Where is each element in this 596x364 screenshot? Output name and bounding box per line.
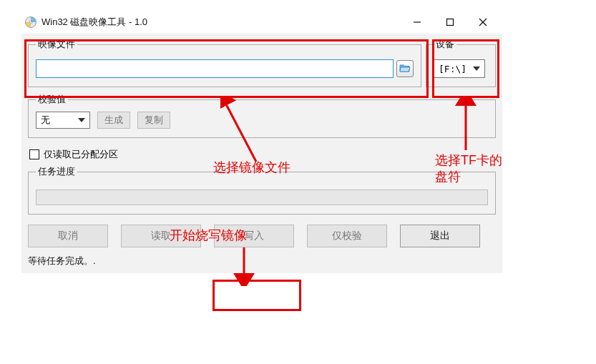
device-select-value: [F:\]	[439, 64, 466, 74]
svg-rect-3	[447, 19, 454, 26]
minimize-button[interactable]	[401, 11, 434, 33]
progress-legend: 任务进度	[36, 165, 77, 178]
verify-button[interactable]: 仅校验	[307, 225, 387, 247]
close-button[interactable]	[466, 11, 499, 33]
annotation-box-write	[212, 280, 301, 311]
client-area: 映像文件 设备 [F:\]	[21, 34, 502, 273]
progress-bar	[36, 190, 488, 205]
checkbox-icon	[29, 149, 39, 159]
window-title: Win32 磁盘映像工具 - 1.0	[41, 16, 401, 29]
image-file-input[interactable]	[36, 59, 394, 78]
device-group: 设备 [F:\]	[426, 38, 496, 87]
chevron-down-icon	[78, 118, 85, 122]
titlebar: Win32 磁盘映像工具 - 1.0	[21, 11, 502, 34]
read-button[interactable]: 读取	[121, 225, 201, 247]
write-button[interactable]: 写入	[214, 225, 294, 247]
exit-button[interactable]: 退出	[400, 225, 480, 247]
cancel-button[interactable]: 取消	[28, 225, 108, 247]
image-file-legend: 映像文件	[36, 38, 77, 51]
window-controls	[401, 11, 499, 33]
generate-button[interactable]: 生成	[97, 112, 130, 129]
copy-button[interactable]: 复制	[137, 112, 170, 129]
image-file-group: 映像文件	[28, 38, 421, 87]
hash-type-select[interactable]: 无	[36, 112, 90, 129]
action-button-row: 取消 读取 写入 仅校验 退出	[28, 225, 496, 247]
status-text: 等待任务完成。.	[28, 253, 496, 269]
hash-legend: 校验值	[36, 93, 68, 106]
browse-button[interactable]	[396, 60, 414, 77]
progress-group: 任务进度	[28, 165, 496, 215]
app-icon	[24, 16, 37, 29]
hash-group: 校验值 无 生成 复制	[28, 93, 496, 138]
read-allocated-checkbox[interactable]: 仅读取已分配分区	[29, 148, 496, 161]
chevron-down-icon	[473, 67, 480, 71]
device-legend: 设备	[434, 38, 456, 51]
device-select[interactable]: [F:\]	[434, 59, 485, 78]
read-allocated-label: 仅读取已分配分区	[44, 148, 118, 161]
app-window: Win32 磁盘映像工具 - 1.0 映像文件	[21, 11, 502, 273]
hash-type-value: 无	[41, 114, 50, 127]
folder-open-icon	[399, 63, 411, 75]
maximize-button[interactable]	[434, 11, 466, 33]
